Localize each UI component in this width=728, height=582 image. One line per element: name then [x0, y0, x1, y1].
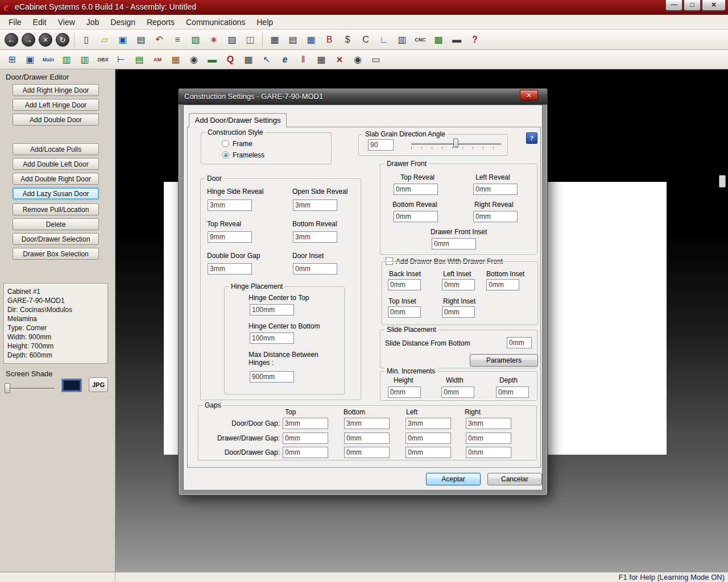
drawer-box-selection-button[interactable]: Drawer Box Selection — [13, 248, 99, 260]
minimize-button[interactable]: — — [665, 0, 682, 11]
df-bottom-reveal-input[interactable] — [394, 211, 438, 222]
snapshot-icon[interactable]: ◉ — [187, 52, 201, 67]
back-icon[interactable]: ← — [5, 33, 18, 47]
hinge-side-reveal-input[interactable] — [208, 199, 252, 211]
measurement-icon[interactable]: ∟ — [377, 32, 391, 47]
hinge-center-top-input[interactable] — [250, 304, 294, 315]
add-lazy-susan-door-button[interactable]: Add Lazy Susan Door — [13, 188, 99, 199]
frame-radio[interactable] — [222, 140, 229, 147]
delete-button[interactable]: Delete — [13, 218, 99, 230]
keypad-icon[interactable]: ▦ — [241, 52, 256, 67]
dialog-help-button[interactable]: ? — [526, 132, 537, 144]
door-door-gap-left-input[interactable] — [406, 418, 451, 429]
min-height-input[interactable] — [388, 386, 421, 398]
min-width-input[interactable] — [441, 386, 474, 398]
cabinet-editor-icon[interactable]: ▤ — [132, 52, 147, 67]
door-door-gap-top-input[interactable] — [283, 418, 328, 429]
sheet-editor-icon[interactable]: ▥ — [395, 32, 410, 47]
refresh-icon[interactable]: ↻ — [56, 33, 69, 47]
door-drawer-gap-top-input[interactable] — [283, 447, 328, 458]
door-drawer-gap-left-input[interactable] — [406, 447, 451, 458]
remove-pull-location-button[interactable]: Remove Pull/Location — [13, 203, 99, 215]
bottom-reveal-input[interactable] — [293, 231, 337, 243]
drawer-drawer-gap-top-input[interactable] — [283, 433, 328, 444]
hinge-tool-icon[interactable]: ⊢ — [114, 52, 129, 67]
slide-distance-input[interactable] — [507, 337, 532, 348]
help-icon[interactable]: ? — [468, 32, 482, 47]
add-double-left-door-button[interactable]: Add Double Left Door — [13, 158, 99, 170]
min-depth-input[interactable] — [496, 386, 529, 398]
batch-manager-icon[interactable]: B — [322, 32, 337, 47]
report-2-icon[interactable]: ▤ — [286, 32, 300, 47]
job-properties-icon[interactable]: ≡ — [170, 32, 185, 47]
cutlist-table-icon[interactable]: ▦ — [168, 52, 183, 67]
dbx-export-icon[interactable]: DBX — [96, 52, 110, 67]
section-dims-icon[interactable]: ‖ — [296, 52, 311, 67]
open-side-reveal-input[interactable] — [293, 199, 337, 211]
door-door-gap-right-input[interactable] — [466, 418, 511, 429]
main-screen-icon[interactable]: Main — [41, 52, 56, 67]
add-double-door-button[interactable]: Add Double Door — [13, 114, 99, 126]
add-double-right-door-button[interactable]: Add Double Right Door — [13, 173, 99, 185]
hardware-icon[interactable]: ∗ — [206, 32, 221, 47]
right-inset-input[interactable] — [442, 306, 475, 318]
costing-icon[interactable]: $ — [340, 32, 355, 47]
door-drawer-gap-bottom-input[interactable] — [344, 447, 390, 458]
slab-grain-angle-input[interactable] — [368, 139, 394, 151]
save-design-icon[interactable]: ▣ — [23, 52, 38, 67]
frame-radio-label[interactable]: Frame — [233, 140, 253, 148]
camera-icon[interactable]: ◉ — [350, 52, 365, 67]
door-inset-input[interactable] — [293, 263, 337, 275]
menu-file[interactable]: File — [3, 16, 27, 28]
menu-communications[interactable]: Communications — [181, 16, 250, 28]
materials-icon[interactable]: ▧ — [188, 32, 203, 47]
menu-design[interactable]: Design — [105, 16, 140, 28]
delete-item-icon[interactable]: × — [332, 52, 347, 67]
df-top-reveal-input[interactable] — [394, 184, 438, 195]
drawer-drawer-gap-bottom-input[interactable] — [344, 433, 390, 444]
add-locate-pulls-button[interactable]: Add/Locate Pulls — [13, 143, 99, 155]
df-left-reveal-input[interactable] — [473, 184, 518, 195]
menu-job[interactable]: Job — [81, 16, 105, 28]
dialog-title-bar[interactable]: Construction Settings - GARE-7-90-MOD1 — [179, 89, 547, 105]
top-inset-input[interactable] — [388, 306, 421, 318]
bottom-inset-input[interactable] — [486, 279, 519, 290]
ruler-icon[interactable]: ▭ — [369, 52, 383, 67]
screen-shade-slider-track[interactable] — [5, 388, 55, 389]
slab-grain-slider-thumb[interactable] — [453, 139, 458, 148]
max-distance-hinges-input[interactable] — [250, 371, 294, 383]
open-file-icon[interactable]: ▱ — [97, 32, 112, 47]
parameters-button[interactable]: Parameters — [470, 354, 538, 367]
frameless-radio[interactable] — [222, 151, 229, 159]
tab-add-door-drawer-settings[interactable]: Add Door/Drawer Settings — [189, 113, 287, 127]
viewport-scrollbar-thumb[interactable] — [719, 175, 726, 188]
frameless-radio-label[interactable]: Frameless — [233, 151, 264, 159]
cancel-button[interactable]: Cancelar — [487, 473, 542, 485]
new-assembly-icon[interactable]: ▯ — [79, 32, 94, 47]
report-1-icon[interactable]: ▦ — [267, 32, 282, 47]
add-left-hinge-door-button[interactable]: Add Left Hinge Door — [13, 99, 99, 111]
report-3-icon[interactable]: ▦ — [304, 32, 318, 47]
hinge-center-bottom-input[interactable] — [250, 332, 294, 344]
drawer-drawer-gap-left-input[interactable] — [406, 433, 451, 444]
cabinet-library-icon[interactable]: ▥ — [59, 52, 74, 67]
double-door-gap-input[interactable] — [208, 263, 252, 275]
cnc-output-icon[interactable]: CNC — [413, 32, 428, 47]
cabinet-library-2-icon[interactable]: ▥ — [77, 52, 92, 67]
save-icon[interactable]: ▣ — [115, 32, 130, 47]
print-icon[interactable]: ▤ — [134, 32, 148, 47]
drawer-front-inset-input[interactable] — [432, 238, 476, 250]
door-drawer-gap-right-input[interactable] — [466, 447, 511, 458]
grid-view-icon[interactable]: ▦ — [314, 52, 329, 67]
top-reveal-input[interactable] — [208, 231, 252, 243]
menu-reports[interactable]: Reports — [142, 16, 180, 28]
left-inset-input[interactable] — [442, 279, 475, 290]
assembly-manager-icon[interactable]: AM — [150, 52, 165, 67]
menu-view[interactable]: View — [53, 16, 80, 28]
line-boring-icon[interactable]: ▨ — [225, 32, 239, 47]
forward-icon[interactable]: → — [22, 33, 35, 47]
cutlist-icon[interactable]: C — [358, 32, 373, 47]
screen-shade-slider-thumb[interactable] — [5, 383, 10, 393]
display-monitor-icon[interactable]: ▬ — [449, 32, 464, 47]
close-button[interactable]: × — [702, 0, 726, 11]
